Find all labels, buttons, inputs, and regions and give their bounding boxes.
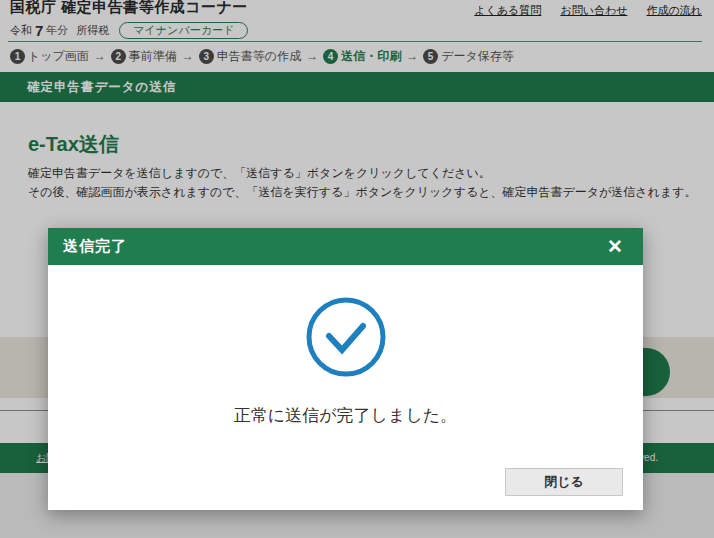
close-icon[interactable]: ✕ xyxy=(599,228,631,265)
success-check-icon xyxy=(48,296,643,378)
screen: 国税庁 確定申告書等作成コーナー よくある質問 お問い合わせ 作成の流れ 令和 … xyxy=(0,0,714,538)
success-message: 正常に送信が完了しました。 xyxy=(48,404,643,427)
dialog-header: 送信完了 ✕ xyxy=(48,228,643,265)
close-button[interactable]: 閉じる xyxy=(505,468,623,496)
send-complete-dialog: 送信完了 ✕ 正常に送信が完了しました。 閉じる xyxy=(48,228,643,510)
dialog-title: 送信完了 xyxy=(63,237,127,256)
